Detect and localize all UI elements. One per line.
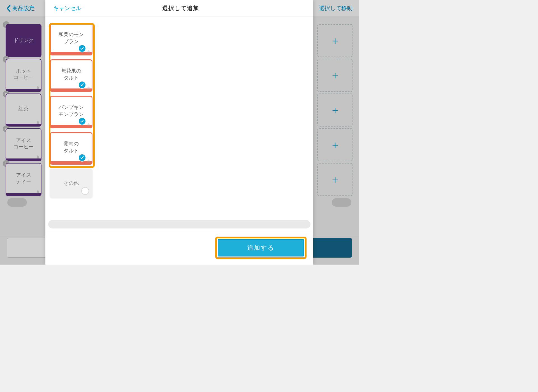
bag-icon [87, 158, 91, 162]
unchecked-icon [81, 187, 89, 195]
scrollbar[interactable] [48, 220, 310, 228]
check-icon [78, 45, 86, 52]
check-icon [78, 81, 86, 89]
item-tile-waguri-montblanc[interactable]: 和栗のモン ブラン [50, 23, 92, 55]
tutorial-highlight: 追加する [215, 237, 307, 259]
selectable-items: 和栗のモン ブラン 無花果の タルト パンプキン モンブラン 葡萄の タルト そ [50, 23, 92, 198]
cancel-button[interactable]: キャンセル [53, 4, 81, 12]
item-tile-fig-tart[interactable]: 無花果の タルト [50, 59, 92, 92]
bag-icon [87, 122, 91, 125]
check-icon [78, 117, 86, 125]
item-tile-grape-tart[interactable]: 葡萄の タルト [50, 132, 92, 165]
check-icon [78, 154, 86, 162]
modal-body: 和栗のモン ブラン 無花果の タルト パンプキン モンブラン 葡萄の タルト そ [45, 17, 313, 217]
add-button[interactable]: 追加する [218, 239, 304, 256]
modal-header: キャンセル 選択して追加 [45, 0, 313, 17]
item-tile-other[interactable]: その他 [50, 169, 92, 198]
modal-footer: 追加する [45, 231, 313, 265]
modal-title: 選択して追加 [162, 4, 199, 12]
bag-icon [87, 49, 91, 53]
bag-icon [87, 85, 91, 89]
select-add-modal: キャンセル 選択して追加 和栗のモン ブラン 無花果の タルト パンプキン モン… [45, 0, 313, 265]
item-tile-pumpkin-montblanc[interactable]: パンプキン モンブラン [50, 96, 92, 128]
